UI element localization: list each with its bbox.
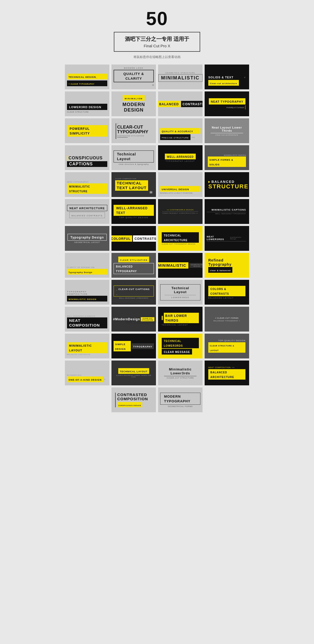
- cell-36[interactable]: COLORS & CONTRASTS BALANCED LAYOUT: [205, 280, 249, 305]
- cell-21[interactable]: NEAT ARCHITECTURE BALANCED CONTRASTS: [65, 199, 109, 224]
- cell-10[interactable]: □ CLEAR-CUTTYPOGRAPHY CONTRASTED STYLIZA…: [111, 118, 156, 143]
- thumbnail-grid: TECHNICAL DESIGN_ + CLEAR TYPOGRAPHY MOD…: [65, 65, 249, 414]
- cell-27[interactable]: TECHNICAL ARCHITECTURE CLEAR-CUT TYPOGRA…: [158, 226, 203, 251]
- cell-17[interactable]: NEAT TYPOGRAPHY MINIMALISTIC STRUCTURE: [65, 172, 109, 197]
- hover-hint: 将鼠标悬停在缩略图上以查看动画: [133, 55, 181, 59]
- cell-22[interactable]: WELL-ARRANGED TEXT TOP-QUALITY DESIGN: [111, 199, 156, 224]
- cell-42[interactable]: SIMPLE DESIGN TYPOGRAPHY: [111, 334, 156, 358]
- cell-20[interactable]: ▶ BALANCED STRUCTURE: [205, 172, 249, 197]
- subtitle-cn: 酒吧下三分之一专用 适用于: [125, 36, 189, 43]
- cell-7[interactable]: + BALANCED CONTRASTS: [158, 91, 203, 116]
- cell-18[interactable]: clear composition TECHNICALTEXT LAYOUT: [111, 172, 156, 197]
- cell-9[interactable]: POWERFUL SIMPLICITY: [65, 118, 109, 143]
- cell-44[interactable]: TOP-QUALITY DESIGN CLEAR STRUCTURE & LAY…: [205, 334, 249, 358]
- cell-39[interactable]: BAR LOWER THIRDS TECHNICAL LAYOUT: [158, 307, 203, 332]
- cell-41[interactable]: MINIMALISTIC LAYOUT balanced contrasts: [65, 334, 109, 358]
- cell-2[interactable]: MODERN LOOK QUALITY & CLARITY ≡: [111, 65, 156, 89]
- cell-5[interactable]: LOWER3RD DESIGN CLEAR STRUCTURE ········…: [65, 91, 109, 116]
- cell-46[interactable]: TECHNICAL LAYOUT CLEAR & BALANCED LOWER …: [111, 361, 156, 385]
- cell-33[interactable]: TYPOGRAPHY COMPOSITION MINIMALISTIC DESI…: [65, 280, 109, 305]
- cell-11[interactable]: QUALITY & ACCURACY PRECISE STRUCTURE »»»: [158, 118, 203, 143]
- cell-28[interactable]: NEAT LOWER3RDS minimalistic design: [205, 226, 249, 251]
- cell-3[interactable]: GEOMETRIC STRUCTURE MINIMALISTIC □: [158, 65, 203, 89]
- cell-8[interactable]: NEAT TYPOGRAPHY Visibility & Contrast: [205, 91, 249, 116]
- cell-29[interactable]: CLARITY OF MINIMALISM Typography Design: [65, 253, 109, 278]
- cell-16[interactable]: MINIMALISTIC DESIGN SIMPLE FORMS & SOLID…: [205, 145, 249, 170]
- cell-24[interactable]: MINIMALISTIC CAPTIONS WELL-DESIGNED TYPO…: [205, 199, 249, 224]
- cell-43[interactable]: TECHNICAL LOWER3RDS CLEAR MESSAGE: [158, 334, 203, 358]
- cell-47[interactable]: Minimalistic Lower3rds CLEAR-CUT STRUCTU…: [158, 361, 203, 385]
- subtitle-en: Final Cut Pro X: [125, 44, 189, 48]
- cell-37[interactable]: well-arranged elements NEAT COMPOSITION: [65, 307, 109, 332]
- cell-23[interactable]: ••• CUSTOMIZABLE DESIGN USER-FRIENDLY CO…: [158, 199, 203, 224]
- cell-35[interactable]: Technical Layout LOWER3RDS: [158, 280, 203, 305]
- page-number: 50: [146, 8, 168, 29]
- cell-14[interactable]: Technical Layout clear structure & typog…: [111, 145, 156, 170]
- cell-34[interactable]: _ CLEAR-CUT CAPTIONS _ WELL-DESIGNED LOW…: [111, 280, 156, 305]
- cell-19[interactable]: UNIVERSAL DESIGN MINIMALISTIC & MULTI-PU…: [158, 172, 203, 197]
- cell-40[interactable]: < CLEAR-CUT FORMS BALANCED TYPOGRAPHY >: [205, 307, 249, 332]
- cell-48[interactable]: NEAT COMPOSITION »»» BALANCED ARCHITECTU…: [205, 361, 249, 385]
- cell-13[interactable]: CONSPICUOUS CAPTIONS: [65, 145, 109, 170]
- cell-4[interactable]: SOLIDS & TEXT ≡ Clear-cut architecture: [205, 65, 249, 89]
- cell-26[interactable]: | COLORFUL CONTRASTS |: [111, 226, 156, 251]
- cell-31[interactable]: MINIMALISTIC GEOMETRICAL DESIGN: [158, 253, 203, 278]
- subtitle-box: 酒吧下三分之一专用 适用于 Final Cut Pro X: [114, 32, 200, 52]
- cell-45[interactable]: mLOWERS BAR ONE-OF-A-KIND DESIGN ≡: [65, 361, 109, 385]
- cell-38[interactable]: #ModernDesign CLEAR-CUT STYLIZATION: [111, 307, 156, 332]
- cell-30[interactable]: CLEAR STYLIZATION BALANCED TYPOGRAPHY: [111, 253, 156, 278]
- cell-6[interactable]: MINIMALISM MODERN DESIGN: [111, 91, 156, 116]
- cell-1[interactable]: TECHNICAL DESIGN_ + CLEAR TYPOGRAPHY: [65, 65, 109, 89]
- cell-25[interactable]: Typography Design GEOMETRICAL LAYOUT: [65, 226, 109, 251]
- cell-12[interactable]: Neat Layout Lower Thirds clear-cut archi…: [205, 118, 249, 143]
- cell-50[interactable]: MODERN TYPOGRAPHY GEOMETRICAL FORMS: [158, 387, 203, 412]
- cell-49[interactable]: CONTRASTEDCOMPOSITION CONSPICUOUS DESIGN: [111, 387, 156, 412]
- cell-32[interactable]: Refined Typography clear & balanced: [205, 253, 249, 278]
- cell-15[interactable]: WELL-ARRANGED TYPOGRAPHY LAYOUT: [158, 145, 203, 170]
